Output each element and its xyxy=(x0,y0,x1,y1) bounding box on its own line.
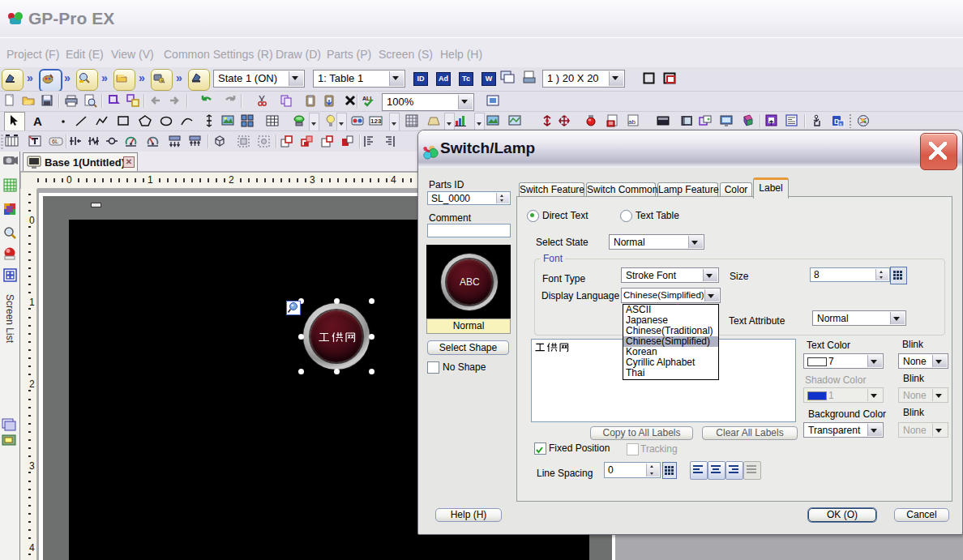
svg-text:s: s xyxy=(840,122,842,126)
svg-text:A: A xyxy=(33,114,42,128)
svg-text:123: 123 xyxy=(370,118,382,125)
svg-text:ab: ab xyxy=(628,118,636,126)
svg-text:6L: 6L xyxy=(52,139,58,144)
